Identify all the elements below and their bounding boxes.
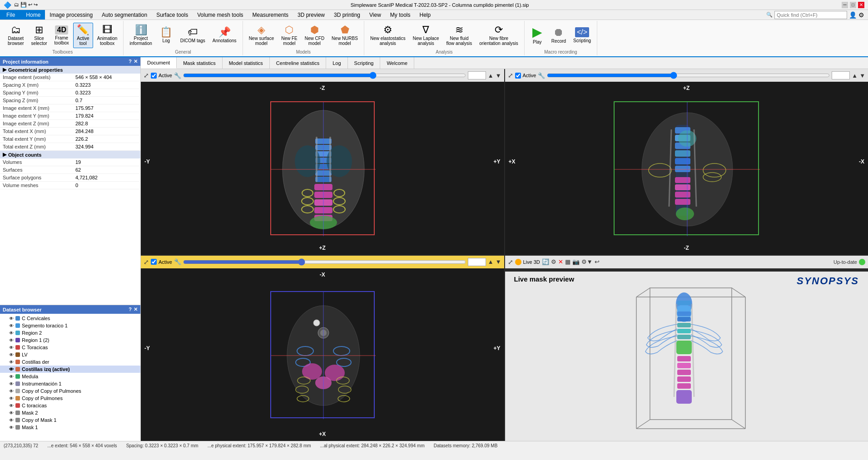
list-item[interactable]: 👁 Costillas izq (active)	[0, 366, 140, 373]
tab-scripting[interactable]: Scripting	[348, 57, 381, 69]
menu-bar: File Home Image processing Auto segmenta…	[0, 10, 868, 20]
menu-image-processing[interactable]: Image processing	[45, 10, 97, 20]
count-row: Volume meshes0	[0, 182, 140, 189]
ribbon-btn-slice-selector[interactable]: ⊞ Sliceselector	[28, 23, 50, 48]
geometrical-section-header[interactable]: ▶ Geometrical properties	[0, 66, 140, 74]
viewport-grid: ⤢ Active 🔧 273 ▲ ▼	[141, 69, 868, 441]
ribbon-btn-frame-toolbox[interactable]: 4D Frametoolbox	[51, 23, 72, 48]
slice-slider-tr[interactable]	[547, 72, 830, 79]
view-mode-btn-tr[interactable]: 🔧	[538, 72, 545, 79]
menu-measurements[interactable]: Measurements	[248, 10, 293, 20]
list-item[interactable]: 👁 LV	[0, 351, 140, 358]
list-item[interactable]: 👁 Region 2	[0, 329, 140, 336]
ribbon-btn-project-info[interactable]: ℹ️ Projectinformation	[126, 23, 155, 48]
list-item[interactable]: 👁 Medula	[0, 373, 140, 380]
menu-3d-preview[interactable]: 3D preview	[293, 10, 329, 20]
active-checkbox-tl[interactable]	[151, 73, 157, 79]
tab-welcome[interactable]: Welcome	[380, 57, 414, 69]
tab-centreline-statistics[interactable]: Centreline statistics	[270, 57, 326, 69]
ribbon-btn-fibre[interactable]: ⟳ New fibreorientation analysis	[476, 23, 521, 48]
tab-document[interactable]: Document	[141, 57, 177, 69]
list-item[interactable]: 👁 Instrumentación 1	[0, 380, 140, 387]
menu-file[interactable]: File	[0, 10, 21, 20]
list-item[interactable]: 👁 C Toracicas	[0, 344, 140, 351]
object-counts-section-header[interactable]: ▶ Object counts	[0, 151, 140, 158]
ribbon-btn-new-surface[interactable]: ◈ New surfacemodel	[246, 23, 278, 48]
view-mode-btn-bl[interactable]: 🔧	[174, 258, 181, 265]
menu-auto-segmentation[interactable]: Auto segmentation	[97, 10, 152, 20]
svg-rect-33	[675, 166, 690, 172]
ribbon-btn-record[interactable]: ⏺ Record	[548, 25, 569, 46]
ribbon-btn-annotations[interactable]: 📌 Annotations	[209, 25, 240, 45]
general-label: General	[175, 49, 191, 54]
minimize-btn[interactable]: ─	[842, 2, 848, 8]
dataset-browser-help-btn[interactable]: ?	[129, 307, 132, 312]
menu-help[interactable]: Help	[415, 10, 436, 20]
dataset-browser-close-btn[interactable]: ✕	[134, 307, 138, 312]
expand-btn-3d[interactable]: ⤢	[508, 258, 513, 266]
ribbon-btn-fluid-flow[interactable]: ≋ New fluidflow analysis	[443, 23, 476, 48]
slice-slider-bl[interactable]	[183, 258, 466, 266]
ribbon-btn-dataset-browser[interactable]: 🗂 Datasetbrowser	[5, 23, 27, 48]
list-item[interactable]: 👁 Costillas der	[0, 358, 140, 366]
ribbon-btn-dicom-tags[interactable]: 🏷 DICOM tags	[177, 25, 208, 45]
window-controls[interactable]: ─ □ ✕	[842, 2, 864, 8]
settings-btn-3d[interactable]: ⚙	[551, 258, 556, 265]
expand-btn-tr[interactable]: ⤢	[508, 72, 513, 79]
slice-up-btn-bl[interactable]: ▲	[488, 258, 494, 265]
close-btn-3d[interactable]: ✕	[558, 258, 563, 265]
project-info-help-btn[interactable]: ?	[129, 59, 132, 64]
list-item[interactable]: 👁 Mask 1	[0, 424, 140, 431]
ribbon-btn-new-fe[interactable]: ⬡ New FEmodel	[278, 23, 301, 48]
view-mode-btn-tl[interactable]: 🔧	[174, 72, 181, 79]
slice-value-tl[interactable]: 273	[468, 71, 486, 79]
slice-down-btn-tl[interactable]: ▼	[496, 72, 501, 79]
rotate-btn-3d[interactable]: 🔄	[542, 258, 549, 265]
slice-down-btn-tr[interactable]: ▼	[859, 72, 865, 79]
ribbon-btn-animation-toolbox[interactable]: 🎞 Animationtoolbox	[94, 23, 120, 48]
camera-btn-3d[interactable]: 📷	[572, 258, 580, 265]
ribbon-btn-new-nurbs[interactable]: ⬟ New NURBSmodel	[328, 23, 361, 48]
close-btn[interactable]: ✕	[858, 2, 864, 8]
expand-btn-tl[interactable]: ⤢	[144, 72, 149, 79]
list-item[interactable]: 👁 Copy of Mask 1	[0, 416, 140, 424]
ribbon-btn-log[interactable]: 📋 Log	[156, 25, 176, 45]
list-item[interactable]: 👁 C toracicas	[0, 402, 140, 409]
menu-volume-mesh[interactable]: Volume mesh tools	[193, 10, 248, 20]
refresh-btn-3d[interactable]: ↩	[595, 258, 600, 265]
menu-my-tools[interactable]: My tools	[386, 10, 415, 20]
slice-value-tr[interactable]: 249	[832, 71, 850, 79]
slice-up-btn-tl[interactable]: ▲	[488, 72, 494, 79]
slice-slider-tl[interactable]	[183, 72, 466, 79]
list-item[interactable]: 👁 C Cervicales	[0, 315, 140, 322]
ribbon-btn-new-cfd[interactable]: ⬢ New CFDmodel	[302, 23, 327, 48]
slice-down-btn-bl[interactable]: ▼	[496, 258, 501, 265]
menu-view[interactable]: View	[365, 10, 386, 20]
menu-3d-printing[interactable]: 3D printing	[329, 10, 365, 20]
slice-value-bl[interactable]: 228	[468, 258, 486, 266]
list-item[interactable]: 👁 Segmento toracico 1	[0, 322, 140, 329]
list-item[interactable]: 👁 Copy of Pulmones	[0, 395, 140, 402]
list-item[interactable]: 👁 Mask 2	[0, 409, 140, 416]
tab-mask-statistics[interactable]: Mask statistics	[177, 57, 223, 69]
more-btn-3d[interactable]: ⚙▼	[581, 258, 593, 265]
menu-surface-tools[interactable]: Surface tools	[152, 10, 193, 20]
slice-up-btn-tr[interactable]: ▲	[852, 72, 858, 79]
list-item[interactable]: 👁 Region 1 (2)	[0, 336, 140, 344]
menu-home[interactable]: Home	[21, 10, 45, 20]
maximize-btn[interactable]: □	[850, 2, 856, 8]
active-checkbox-tr[interactable]	[515, 73, 521, 79]
project-info-close-btn[interactable]: ✕	[134, 59, 138, 64]
ribbon-btn-play[interactable]: ▶ Play	[527, 24, 547, 47]
tab-model-statistics[interactable]: Model statistics	[223, 57, 270, 69]
ribbon-btn-elastostatics[interactable]: ⚙ New elastostaticsanalysis	[367, 23, 409, 48]
active-checkbox-bl[interactable]	[151, 259, 157, 265]
ribbon-btn-active-tool[interactable]: ✏️ Activetool	[73, 23, 93, 48]
expand-btn-bl[interactable]: ⤢	[144, 258, 149, 266]
search-input[interactable]	[774, 11, 847, 19]
list-item[interactable]: 👁 Copy of Copy of Pulmones	[0, 387, 140, 395]
tab-log[interactable]: Log	[326, 57, 347, 69]
ribbon-btn-laplace[interactable]: ∇ New Laplaceanalysis	[410, 23, 442, 48]
ribbon-btn-scripting[interactable]: </> Scripting	[570, 25, 594, 45]
view-btn-3d[interactable]: ▦	[565, 258, 570, 265]
